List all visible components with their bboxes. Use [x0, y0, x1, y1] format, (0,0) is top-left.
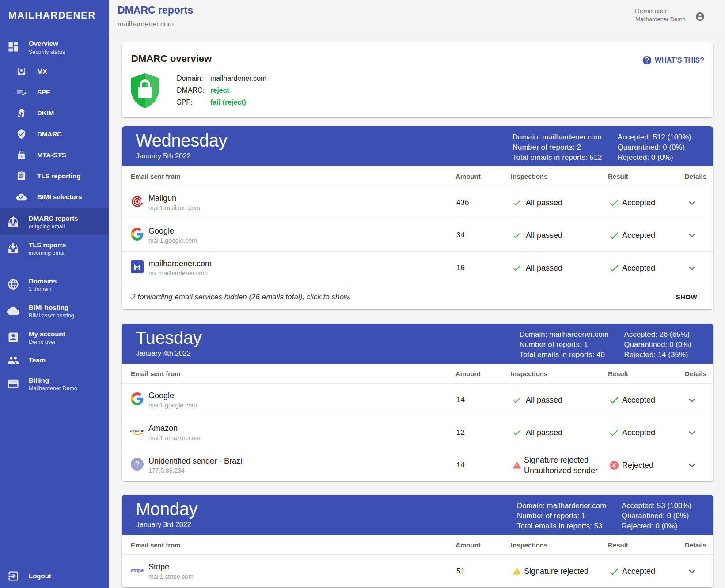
svg-text:stripe: stripe — [131, 567, 144, 573]
svg-text:amazon: amazon — [130, 428, 144, 433]
svg-text:?: ? — [135, 460, 140, 469]
